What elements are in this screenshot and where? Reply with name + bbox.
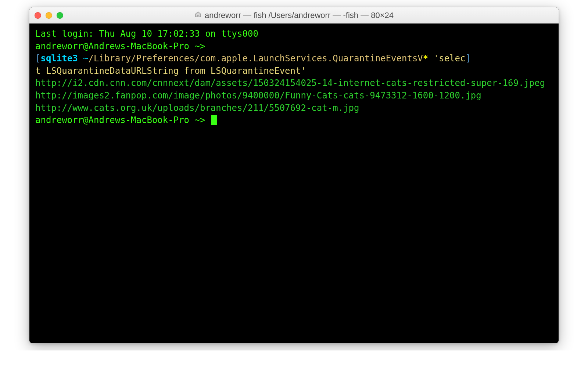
close-button[interactable]: [35, 12, 41, 19]
command-asterisk: *: [423, 53, 428, 64]
minimize-button[interactable]: [46, 12, 52, 19]
command-sql-1: 'selec: [428, 53, 465, 64]
last-login-line: Last login: Thu Aug 10 17:02:33 on ttys0…: [35, 28, 553, 40]
output-line-2: http://images2.fanpop.com/image/photos/9…: [35, 90, 553, 102]
command-tilde: ~: [78, 53, 89, 64]
cursor: [211, 115, 217, 125]
traffic-lights: [35, 12, 63, 19]
home-icon: [194, 11, 202, 20]
maximize-button[interactable]: [57, 12, 63, 19]
prompt-line-2: andreworr@Andrews-MacBook-Pro ~>: [35, 114, 553, 127]
bracket-close: ]: [465, 53, 470, 64]
command-sql-2: t LSQuarantineDataURLString from LSQuara…: [35, 65, 553, 78]
bracket-open: [: [35, 53, 40, 64]
prompt-line-1: andreworr@Andrews-MacBook-Pro ~>: [35, 40, 553, 53]
terminal-content[interactable]: Last login: Thu Aug 10 17:02:33 on ttys0…: [29, 24, 559, 343]
output-line-1: http://i2.cdn.cnn.com/cnnnext/dam/assets…: [35, 77, 553, 90]
output-line-3: http://www.cats.org.uk/uploads/branches/…: [35, 102, 553, 115]
terminal-window: andreworr — fish /Users/andreworr — -fis…: [29, 7, 559, 343]
command-line: [sqlite3 ~/Library/Preferences/com.apple…: [35, 53, 553, 65]
prompt-2-text: andreworr@Andrews-MacBook-Pro ~>: [35, 115, 211, 125]
window-title: andreworr — fish /Users/andreworr — -fis…: [205, 11, 394, 20]
command-sqlite: sqlite3: [40, 53, 78, 64]
command-path: /Library/Preferences/com.apple.LaunchSer…: [89, 53, 423, 64]
window-title-container: andreworr — fish /Users/andreworr — -fis…: [29, 11, 559, 20]
window-titlebar: andreworr — fish /Users/andreworr — -fis…: [29, 7, 559, 24]
